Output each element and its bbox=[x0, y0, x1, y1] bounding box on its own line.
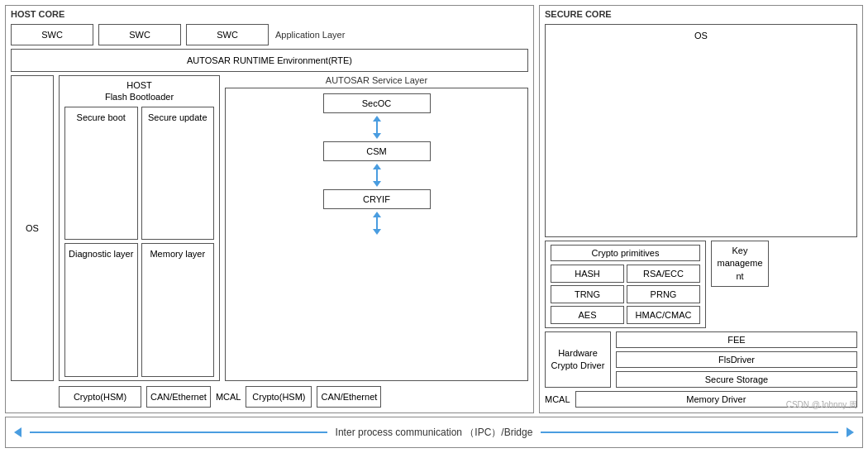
ipc-arrow-line bbox=[30, 432, 327, 433]
app-layer-label: Application Layer bbox=[275, 30, 345, 40]
swc1-box: SWC bbox=[11, 24, 93, 45]
sc-crypto-row: Crypto primitives HASH RSA/ECC TRNG PRNG… bbox=[545, 241, 857, 328]
hash-box: HASH bbox=[551, 265, 624, 283]
host-can-eth2-box: CAN/Ethernet bbox=[317, 386, 381, 408]
arrow-right-icon bbox=[847, 427, 854, 437]
sc-middle-row: Hardware Crypto Driver FEE FlsDriver Sec… bbox=[545, 331, 857, 388]
prng-box: PRNG bbox=[627, 285, 700, 303]
sc-os-box: OS bbox=[545, 24, 857, 237]
autosar-service-inner: SecOC CSM CRYIF bbox=[225, 88, 528, 381]
secure-core: SECURE CORE OS Crypto primitives HASH RS… bbox=[539, 5, 863, 413]
aes-box: AES bbox=[551, 306, 624, 324]
secure-core-label: SECURE CORE bbox=[545, 9, 857, 19]
swc3-box: SWC bbox=[186, 24, 269, 45]
ipc-arrow-right bbox=[847, 427, 854, 437]
arrow-line3 bbox=[376, 217, 378, 229]
secure-boot-box: Secure boot bbox=[64, 107, 138, 241]
secure-update-box: Secure update bbox=[141, 107, 215, 241]
arrow-line2 bbox=[376, 169, 378, 181]
host-app-row: SWC SWC SWC Application Layer bbox=[11, 24, 528, 45]
host-core-label: HOST CORE bbox=[11, 9, 528, 19]
hw-crypto-driver-box: Hardware Crypto Driver bbox=[545, 331, 611, 388]
rsa-ecc-box: RSA/ECC bbox=[627, 265, 700, 283]
csm-box: CSM bbox=[323, 141, 431, 161]
watermark: CSDN @Johnny 周 bbox=[786, 399, 857, 411]
host-lower-row: Crypto(HSM) CAN/Ethernet MCAL Crypto(HSM… bbox=[11, 386, 528, 408]
arrow-secoc-csm bbox=[373, 116, 381, 139]
arrow-up-icon2 bbox=[373, 164, 381, 169]
hmac-box: HMAC/CMAC bbox=[627, 306, 700, 324]
host-os-box: OS bbox=[11, 75, 54, 381]
sc-storage-column: FEE FlsDriver Secure Storage bbox=[616, 331, 857, 388]
trng-box: TRNG bbox=[551, 285, 624, 303]
arrow-csm-cryif bbox=[373, 164, 381, 187]
arrow-cryif-lower bbox=[373, 212, 381, 235]
swc2-box: SWC bbox=[98, 24, 181, 45]
diagnostic-layer-box: Diagnostic layer bbox=[64, 243, 138, 377]
rte-box: AUTOSAR RUNTIME Environment(RTE) bbox=[11, 49, 528, 72]
fls-driver-box: FlsDriver bbox=[616, 351, 857, 368]
sc-crypto-grid: HASH RSA/ECC TRNG PRNG AES HMAC/CMAC bbox=[551, 265, 700, 324]
arrow-down-icon bbox=[373, 133, 381, 139]
host-core: HOST CORE SWC SWC SWC Application Layer … bbox=[5, 5, 534, 413]
sc-crypto-primitives-section: Crypto primitives HASH RSA/ECC TRNG PRNG… bbox=[545, 241, 706, 328]
flash-boot-title: HOST Flash Bootloader bbox=[64, 79, 214, 103]
arrow-down-icon2 bbox=[373, 181, 381, 187]
host-crypto-hsm2-box: Crypto(HSM) bbox=[246, 386, 312, 408]
cryif-box: CRYIF bbox=[323, 189, 431, 209]
arrow-line bbox=[376, 122, 378, 133]
flash-boot-grid: Secure boot Secure update Diagnostic lay… bbox=[64, 107, 214, 377]
memory-layer-box: Memory layer bbox=[141, 243, 215, 377]
ipc-arrow-left bbox=[14, 427, 21, 437]
arrow-up-icon3 bbox=[373, 212, 381, 217]
autosar-service-label: AUTOSAR Service Layer bbox=[225, 75, 528, 85]
ipc-row: Inter process communication （IPC）/Bridge bbox=[5, 417, 863, 448]
fee-box: FEE bbox=[616, 331, 857, 348]
ipc-label: Inter process communication （IPC）/Bridge bbox=[336, 426, 533, 440]
host-mcal-row: MCAL Crypto(HSM) CAN/Ethernet bbox=[216, 386, 528, 408]
main-container: HOST CORE SWC SWC SWC Application Layer … bbox=[0, 0, 868, 453]
sc-mcal-label: MCAL bbox=[545, 394, 570, 404]
crypto-primitives-title: Crypto primitives bbox=[551, 245, 700, 261]
ipc-arrow-line2 bbox=[541, 432, 838, 433]
host-crypto-hsm-box: Crypto(HSM) bbox=[59, 386, 141, 408]
arrow-up-icon bbox=[373, 116, 381, 122]
arrow-down-icon3 bbox=[373, 229, 381, 235]
top-row: HOST CORE SWC SWC SWC Application Layer … bbox=[5, 5, 863, 413]
autosar-service-section: AUTOSAR Service Layer SecOC CSM bbox=[225, 75, 528, 381]
secoc-box: SecOC bbox=[323, 93, 431, 113]
flash-bootloader-section: HOST Flash Bootloader Secure boot Secure… bbox=[59, 75, 220, 381]
host-bottom-row: OS HOST Flash Bootloader Secure boot Sec… bbox=[11, 75, 528, 381]
host-can-eth-box: CAN/Ethernet bbox=[146, 386, 211, 408]
secure-storage-box: Secure Storage bbox=[616, 371, 857, 388]
arrow-left-icon bbox=[14, 427, 21, 437]
host-mcal-label: MCAL bbox=[216, 392, 241, 402]
key-mgmt-box: Key management bbox=[711, 241, 769, 287]
